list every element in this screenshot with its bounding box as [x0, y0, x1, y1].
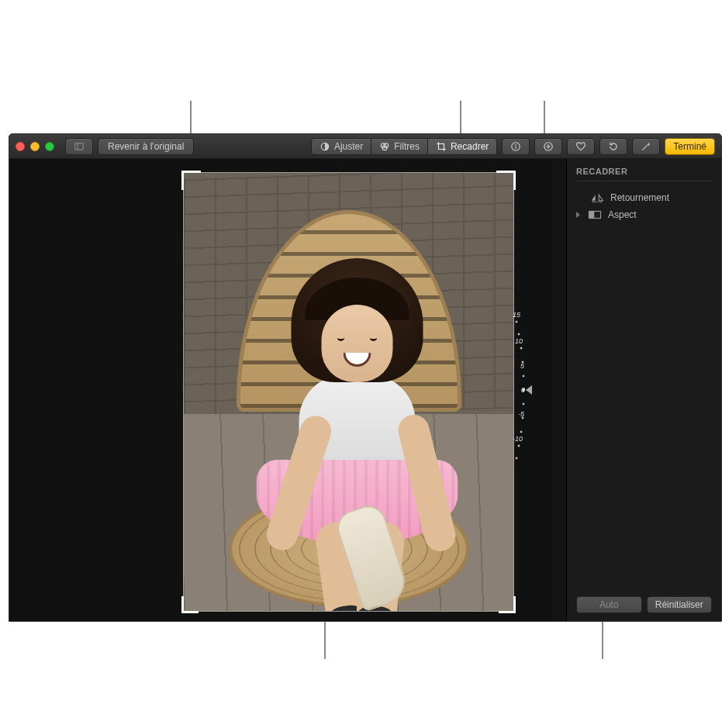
svg-point-13 [522, 361, 523, 363]
add-button[interactable] [534, 138, 562, 155]
filters-tab-label: Filtres [394, 141, 420, 152]
svg-point-16 [523, 403, 524, 405]
done-button[interactable]: Terminé [665, 138, 715, 155]
crop-tab[interactable]: Recadrer [427, 138, 497, 155]
window-close-button[interactable] [16, 142, 25, 151]
magic-wand-icon [641, 141, 651, 152]
dial-tick-label: 0 [521, 386, 525, 394]
rotate-icon [608, 141, 619, 152]
window-titlebar: Revenir à l'original Ajuster Filtres Rec… [9, 134, 721, 159]
crop-frame[interactable] [184, 173, 513, 611]
disclosure-triangle-icon [576, 212, 580, 218]
reset-crop-button[interactable]: Réinitialiser [647, 596, 713, 613]
svg-point-17 [522, 417, 523, 419]
svg-point-12 [520, 347, 522, 349]
plus-circle-icon [543, 141, 554, 152]
crop-handle-bottom-right[interactable] [499, 596, 516, 613]
window-minimize-button[interactable] [30, 142, 40, 151]
svg-point-20 [516, 457, 517, 459]
sidebar-title: RECADRER [576, 167, 712, 181]
sidebar-toggle-button[interactable] [65, 138, 93, 155]
photo-preview [184, 173, 513, 611]
dial-tick-label: -10 [513, 435, 523, 443]
info-button[interactable] [502, 138, 530, 155]
flip-label: Retournement [610, 192, 669, 203]
crop-tab-label: Recadrer [451, 141, 489, 152]
flip-row[interactable]: Retournement [576, 189, 712, 206]
dial-tick-label: -5 [518, 410, 525, 418]
svg-point-15 [523, 389, 525, 392]
dial-tick-label: 5 [520, 362, 525, 370]
enhance-button[interactable] [632, 138, 660, 155]
filters-icon [379, 141, 390, 152]
svg-point-10 [516, 321, 517, 323]
editor-content: 15 10 5 0 -5 -10 [9, 159, 721, 621]
window-traffic-lights [16, 142, 54, 151]
sidebar-icon [74, 141, 85, 152]
filters-tab[interactable]: Filtres [371, 138, 427, 155]
dial-tick-label: 15 [513, 311, 521, 319]
canvas-area: 15 10 5 0 -5 -10 [9, 159, 552, 621]
flip-icon [590, 192, 604, 203]
info-icon [510, 141, 521, 152]
window-zoom-button[interactable] [45, 142, 54, 151]
edit-mode-group: Ajuster Filtres Recadrer [311, 138, 497, 155]
aspect-icon [588, 209, 602, 220]
aspect-row[interactable]: Aspect [576, 206, 712, 223]
crop-icon [436, 141, 447, 152]
svg-point-7 [515, 143, 516, 145]
heart-icon [575, 141, 586, 152]
aspect-label: Aspect [608, 209, 637, 220]
adjust-icon [320, 141, 330, 152]
rotate-button[interactable] [599, 138, 627, 155]
favorite-button[interactable] [567, 138, 595, 155]
svg-rect-8 [516, 146, 516, 149]
adjust-tab-label: Ajuster [334, 141, 363, 152]
crop-sidebar: RECADRER Retournement Aspect [566, 159, 721, 621]
app-window: Revenir à l'original Ajuster Filtres Rec… [9, 133, 722, 622]
svg-point-11 [518, 333, 520, 335]
adjust-tab[interactable]: Ajuster [311, 138, 371, 155]
auto-crop-button[interactable]: Auto [576, 596, 642, 613]
dial-tick-label: 10 [515, 337, 523, 345]
svg-rect-0 [75, 143, 84, 149]
svg-point-14 [523, 375, 524, 377]
svg-point-19 [518, 445, 520, 447]
revert-button[interactable]: Revenir à l'original [98, 138, 194, 155]
crop-handle-bottom-left[interactable] [181, 596, 199, 613]
dial-indicator-icon [526, 385, 532, 395]
svg-rect-22 [589, 212, 595, 219]
svg-point-18 [520, 431, 522, 433]
